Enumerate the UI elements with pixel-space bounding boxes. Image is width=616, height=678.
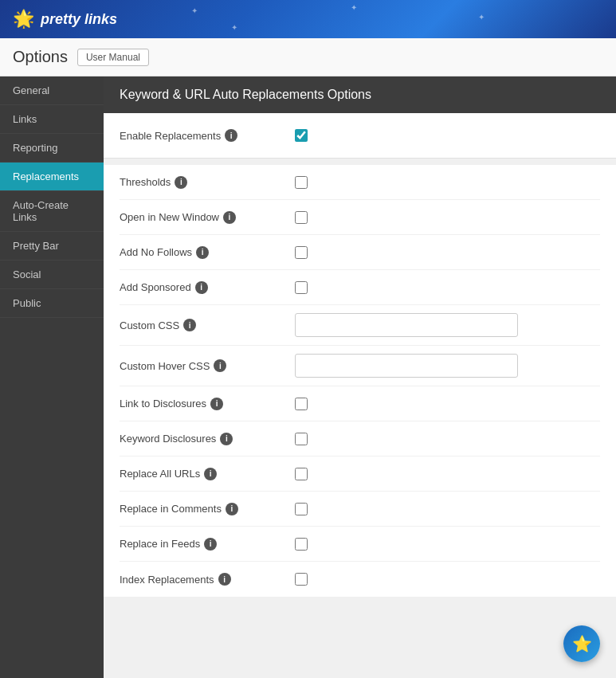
- keyword-disclosures-info-icon[interactable]: i: [220, 433, 233, 445]
- control-replace-all-urls: [295, 468, 600, 480]
- add-sponsored-info-icon[interactable]: i: [195, 281, 208, 294]
- add-sponsored-checkbox[interactable]: [295, 281, 308, 294]
- custom-hover-css-input[interactable]: [295, 354, 518, 378]
- fab-button[interactable]: ⭐: [563, 625, 600, 662]
- form-row-enable-replacements: Enable Replacements i: [120, 118, 600, 153]
- sidebar-item-auto-create-links[interactable]: Auto-Create Links: [0, 191, 104, 232]
- decorative-dot: ✦: [478, 13, 485, 22]
- index-replacements-checkbox[interactable]: [295, 573, 308, 586]
- section-divider: [104, 159, 616, 165]
- label-index-replacements: Index Replacements i: [120, 573, 295, 586]
- label-replace-all-urls: Replace All URLs i: [120, 468, 295, 480]
- sidebar-item-social[interactable]: Social: [0, 261, 104, 289]
- app-header: 🌟 pretty links ✦ ✦ ✦ ✦: [0, 0, 616, 38]
- custom-css-text: Custom CSS: [120, 319, 179, 331]
- page-title: Options: [13, 48, 68, 66]
- link-to-disclosures-checkbox[interactable]: [295, 398, 308, 410]
- form-row-replace-all-urls: Replace All URLs i: [120, 457, 600, 492]
- replace-in-feeds-info-icon[interactable]: i: [204, 538, 217, 551]
- sidebar-item-reporting[interactable]: Reporting: [0, 134, 104, 163]
- form-row-link-to-disclosures: Link to Disclosures i: [120, 386, 600, 421]
- fab-star-icon: ⭐: [572, 634, 592, 653]
- label-custom-hover-css: Custom Hover CSS i: [120, 359, 295, 372]
- form-row-add-sponsored: Add Sponsored i: [120, 270, 600, 305]
- sidebar-item-general[interactable]: General: [0, 76, 104, 105]
- link-to-disclosures-info-icon[interactable]: i: [210, 398, 223, 410]
- sidebar-item-public[interactable]: Public: [0, 289, 104, 318]
- replace-in-feeds-text: Replace in Feeds: [120, 538, 200, 550]
- form-row-custom-css: Custom CSS i: [120, 305, 600, 346]
- label-enable-replacements: Enable Replacements i: [120, 129, 295, 142]
- control-enable-replacements: [295, 129, 600, 142]
- label-replace-in-comments: Replace in Comments i: [120, 503, 295, 515]
- control-open-new-window: [295, 211, 600, 224]
- control-custom-css: [295, 313, 600, 337]
- index-replacements-text: Index Replacements: [120, 574, 214, 586]
- logo-text: pretty links: [41, 11, 117, 28]
- custom-hover-css-info-icon[interactable]: i: [214, 359, 226, 372]
- label-keyword-disclosures: Keyword Disclosures i: [120, 433, 295, 445]
- form-row-open-new-window: Open in New Window i: [120, 200, 600, 235]
- control-custom-hover-css: [295, 354, 600, 378]
- custom-css-input[interactable]: [295, 313, 518, 337]
- open-new-window-info-icon[interactable]: i: [223, 211, 236, 224]
- decorative-dot: ✦: [191, 6, 198, 15]
- form-row-add-no-follows: Add No Follows i: [120, 235, 600, 270]
- add-no-follows-info-icon[interactable]: i: [196, 246, 209, 259]
- sidebar-item-replacements[interactable]: Replacements: [0, 163, 104, 191]
- form-row-custom-hover-css: Custom Hover CSS i: [120, 346, 600, 386]
- replace-in-comments-checkbox[interactable]: [295, 503, 308, 515]
- content-title: Keyword & URL Auto Replacements Options: [104, 76, 616, 113]
- control-add-sponsored: [295, 281, 600, 294]
- replace-all-urls-text: Replace All URLs: [120, 468, 200, 480]
- user-manual-button[interactable]: User Manual: [77, 49, 149, 66]
- control-replace-in-feeds: [295, 538, 600, 551]
- enable-replacements-text: Enable Replacements: [120, 130, 221, 142]
- replace-all-urls-info-icon[interactable]: i: [204, 468, 217, 480]
- label-custom-css: Custom CSS i: [120, 319, 295, 331]
- replace-in-feeds-checkbox[interactable]: [295, 538, 308, 551]
- label-replace-in-feeds: Replace in Feeds i: [120, 538, 295, 551]
- form-row-replace-in-feeds: Replace in Feeds i: [120, 527, 600, 562]
- label-thresholds: Thresholds i: [120, 176, 295, 189]
- keyword-disclosures-text: Keyword Disclosures: [120, 433, 216, 445]
- replace-in-comments-text: Replace in Comments: [120, 503, 222, 515]
- custom-hover-css-text: Custom Hover CSS: [120, 360, 210, 372]
- link-to-disclosures-text: Link to Disclosures: [120, 398, 206, 410]
- control-link-to-disclosures: [295, 398, 600, 410]
- custom-css-info-icon[interactable]: i: [183, 319, 196, 331]
- open-new-window-checkbox[interactable]: [295, 211, 308, 224]
- enable-replacements-checkbox[interactable]: [295, 129, 308, 142]
- add-no-follows-text: Add No Follows: [120, 246, 192, 258]
- form-row-keyword-disclosures: Keyword Disclosures i: [120, 421, 600, 457]
- form-row-replace-in-comments: Replace in Comments i: [120, 492, 600, 527]
- control-index-replacements: [295, 573, 600, 586]
- logo: 🌟 pretty links: [13, 9, 117, 29]
- form-row-index-replacements: Index Replacements i: [120, 562, 600, 597]
- main-layout: General Links Reporting Replacements Aut…: [0, 76, 616, 678]
- replace-all-urls-checkbox[interactable]: [295, 468, 308, 480]
- thresholds-info-icon[interactable]: i: [175, 176, 187, 189]
- open-new-window-text: Open in New Window: [120, 211, 219, 223]
- sidebar-item-pretty-bar[interactable]: Pretty Bar: [0, 232, 104, 261]
- add-sponsored-text: Add Sponsored: [120, 281, 191, 293]
- thresholds-checkbox[interactable]: [295, 176, 308, 189]
- index-replacements-info-icon[interactable]: i: [218, 573, 231, 586]
- form-section: Thresholds i Open in New Window i Ad: [104, 165, 616, 597]
- control-add-no-follows: [295, 246, 600, 259]
- enable-replacements-info-icon[interactable]: i: [225, 129, 237, 142]
- sidebar-item-links[interactable]: Links: [0, 105, 104, 134]
- control-replace-in-comments: [295, 503, 600, 515]
- label-add-no-follows: Add No Follows i: [120, 246, 295, 259]
- sidebar: General Links Reporting Replacements Aut…: [0, 76, 104, 678]
- control-keyword-disclosures: [295, 433, 600, 445]
- content-area: Keyword & URL Auto Replacements Options …: [104, 76, 616, 678]
- replace-in-comments-info-icon[interactable]: i: [226, 503, 238, 515]
- options-bar: Options User Manual: [0, 38, 616, 76]
- keyword-disclosures-checkbox[interactable]: [295, 433, 308, 445]
- add-no-follows-checkbox[interactable]: [295, 246, 308, 259]
- label-link-to-disclosures: Link to Disclosures i: [120, 398, 295, 410]
- control-thresholds: [295, 176, 600, 189]
- label-add-sponsored: Add Sponsored i: [120, 281, 295, 294]
- label-open-new-window: Open in New Window i: [120, 211, 295, 224]
